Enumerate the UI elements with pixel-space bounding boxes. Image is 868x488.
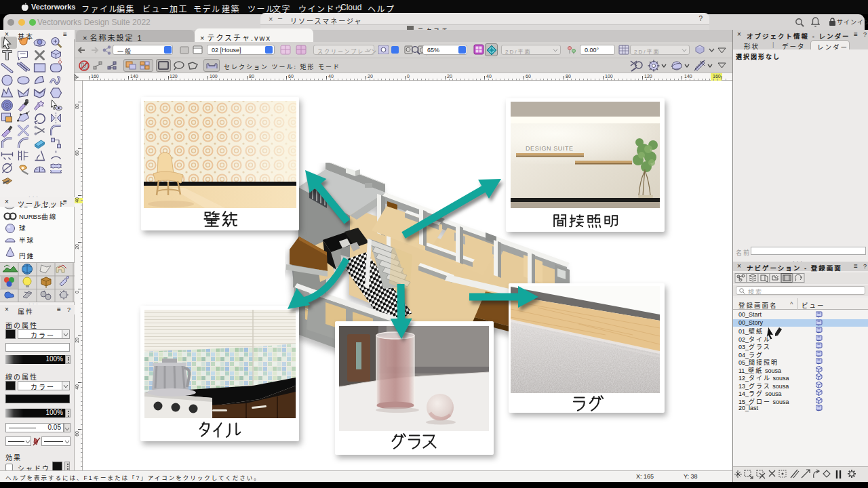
svg-text:3D 多角形: 3D 多角形 [19, 207, 56, 209]
svg-text:NURBS曲線: NURBS曲線 [19, 213, 57, 220]
svg-text:半球: 半球 [19, 237, 35, 244]
svg-text:球: 球 [19, 224, 27, 232]
svg-text:円錐: 円錐 [19, 252, 35, 260]
